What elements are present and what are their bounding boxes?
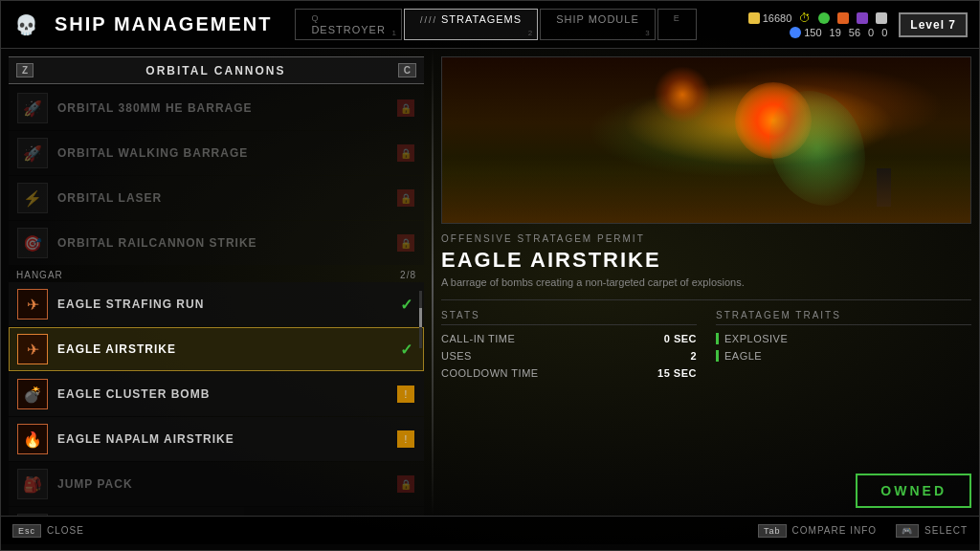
list-item[interactable]: 💨 EAGLE SMOKE STRIKE 🔒	[9, 507, 424, 516]
item-name: EAGLE AIRSTRIKE	[57, 342, 176, 356]
esc-key[interactable]: Esc	[12, 524, 41, 538]
stats-traits-container: STATS CALL-IN TIME 0 SEC USES 2 COOLDOWN…	[441, 299, 971, 385]
item-icon: 🎒	[17, 469, 48, 499]
item-badge: 🔒	[396, 99, 415, 118]
tab-num-2: 2	[528, 29, 533, 37]
category-key-c[interactable]: C	[398, 63, 416, 77]
list-item[interactable]: 💣 EAGLE CLUSTER BOMB !	[9, 372, 424, 416]
item-badge: 🔒	[396, 233, 415, 253]
list-item[interactable]: 🚀 ORBITAL WALKING BARRAGE 🔒	[9, 131, 424, 175]
upgrade-icon: !	[397, 430, 414, 448]
stratagem-description: A barrage of bombs creating a non-target…	[441, 276, 971, 288]
item-icon: 🚀	[17, 138, 48, 168]
footer-right: Tab COMPARE INFO 🎮 SELECT	[758, 524, 968, 538]
close-label: CLOSE	[47, 525, 84, 536]
traits-column: STRATAGEM TRAITS EXPLOSIVE EAGLE	[716, 310, 971, 385]
item-name: ORBITAL RAILCANNON STRIKE	[57, 236, 257, 250]
list-item-selected[interactable]: ✈ EAGLE AIRSTRIKE ✓	[9, 327, 424, 371]
tab-e[interactable]: E	[657, 9, 697, 40]
owned-button[interactable]: OWNED	[856, 474, 971, 508]
item-name: ORBITAL 380MM HE BARRAGE	[57, 101, 253, 115]
stat-row-uses: USES 2	[441, 350, 697, 362]
item-badge: !	[396, 430, 415, 449]
item-badge: ✓	[396, 295, 415, 314]
scroll-indicator	[419, 291, 422, 348]
grid-resource	[876, 12, 887, 24]
tab-label-ship-module: SHIP MODULE	[556, 13, 639, 25]
tab-label-stratagems: STRATAGEMS	[441, 13, 522, 25]
lock-icon: 🔒	[397, 99, 414, 117]
preview-image	[441, 56, 971, 224]
requisition-value: 16680	[763, 12, 792, 24]
medal-icon	[790, 27, 801, 38]
hangar-section-label: HANGAR 2/8	[9, 266, 424, 282]
item-badge: 🔒	[396, 188, 415, 208]
stat-label-callin: CALL-IN TIME	[441, 333, 515, 344]
stat-label-cooldown: COOLDOWN TIME	[441, 367, 539, 379]
list-item[interactable]: ⚡ ORBITAL LASER 🔒	[9, 176, 424, 220]
requisition-icon	[748, 12, 760, 24]
hangar-label: HANGAR	[16, 270, 63, 280]
stat-row-cooldown: COOLDOWN TIME 15 SEC	[441, 367, 697, 379]
tab-destroyer[interactable]: Q DESTROYER 1	[295, 9, 401, 40]
footer-select: 🎮 SELECT	[896, 524, 968, 538]
lock-icon: 🔒	[397, 189, 414, 207]
timer-value: 19	[830, 27, 841, 38]
category-name: ORBITAL CANNONS	[145, 64, 285, 77]
screen: 💀 SHIP MANAGEMENT Q DESTROYER 1 //// STR…	[0, 0, 980, 551]
smoke-effect	[769, 91, 865, 206]
left-panel: Z ORBITAL CANNONS C 🚀 ORBITAL 380MM HE B…	[1, 49, 432, 516]
blue-resource: 150	[790, 27, 821, 38]
item-badge: !	[396, 385, 415, 404]
action-row: OWNED	[441, 466, 971, 508]
tab-ship-module[interactable]: SHIP MODULE 3	[540, 9, 656, 40]
list-item[interactable]: 🚀 ORBITAL 380MM HE BARRAGE 🔒	[9, 86, 424, 130]
header: 💀 SHIP MANAGEMENT Q DESTROYER 1 //// STR…	[1, 1, 979, 49]
tab-num-1: 1	[391, 29, 396, 37]
check-icon: ✓	[400, 296, 412, 314]
list-item[interactable]: 🎒 JUMP PACK 🔒	[9, 462, 424, 506]
item-name: EAGLE CLUSTER BOMB	[57, 387, 210, 401]
select-icon[interactable]: 🎮	[896, 524, 919, 538]
tab-stratagems[interactable]: //// STRATAGEMS 2	[404, 9, 538, 40]
tab-key[interactable]: Tab	[758, 524, 787, 538]
category-key-z[interactable]: Z	[16, 63, 33, 77]
stat-value-cooldown: 15 SEC	[657, 367, 697, 379]
orbital-list: 🚀 ORBITAL 380MM HE BARRAGE 🔒 🚀 ORBITAL W…	[9, 86, 424, 516]
timer-icon: ⏱	[799, 11, 811, 25]
item-badge: 🔒	[396, 143, 415, 163]
header-right: 16680 ⏱	[748, 11, 968, 38]
green-value: 56	[849, 27, 860, 38]
skull-icon: 💀	[12, 11, 39, 38]
resource-row-1: 16680 ⏱	[748, 11, 888, 25]
trait-bar-icon	[716, 333, 719, 344]
hangar-count: 2/8	[400, 270, 416, 280]
soldier-figure	[877, 168, 891, 207]
item-icon: ✈	[17, 289, 48, 320]
list-item[interactable]: 🔥 EAGLE NAPALM AIRSTRIKE !	[9, 417, 424, 461]
permit-label: OFFENSIVE STRATAGEM PERMIT	[441, 233, 971, 244]
tab-num-3: 3	[645, 29, 650, 37]
purple-sample-resource	[857, 12, 868, 24]
tab-label-destroyer: DESTROYER	[311, 24, 385, 35]
trait-label-eagle: EAGLE	[724, 350, 762, 362]
list-item[interactable]: ✈ EAGLE STRAFING RUN ✓	[9, 282, 424, 326]
purple-value: 0	[881, 27, 887, 38]
trait-explosive: EXPLOSIVE	[716, 333, 971, 344]
item-icon: 💣	[17, 379, 48, 409]
green-sample-resource	[818, 12, 830, 24]
lock-icon: 🔒	[397, 144, 414, 162]
blue-value: 150	[804, 27, 821, 38]
page-title: SHIP MANAGEMENT	[55, 13, 272, 35]
lock-icon: 🔒	[397, 234, 414, 252]
stratagem-title: EAGLE AIRSTRIKE	[441, 248, 971, 273]
item-name: ORBITAL LASER	[57, 191, 162, 205]
trait-eagle: EAGLE	[716, 350, 971, 362]
list-item[interactable]: 🎯 ORBITAL RAILCANNON STRIKE 🔒	[9, 221, 424, 265]
stats-header: STATS	[441, 310, 697, 325]
main-content: Z ORBITAL CANNONS C 🚀 ORBITAL 380MM HE B…	[1, 49, 979, 516]
level-badge: Level 7	[899, 12, 968, 37]
right-panel: OFFENSIVE STRATAGEM PERMIT EAGLE AIRSTRI…	[434, 49, 979, 516]
tab-key-e: E	[674, 13, 680, 23]
footer: Esc CLOSE Tab COMPARE INFO 🎮 SELECT	[1, 516, 979, 544]
